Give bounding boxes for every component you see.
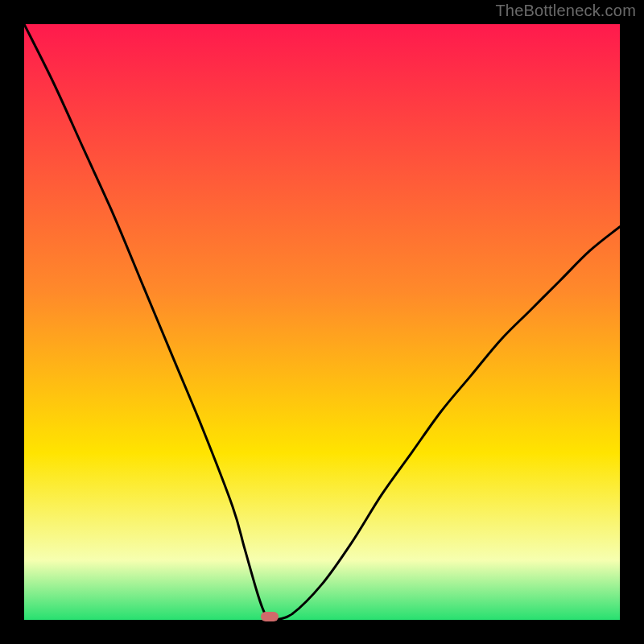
- attribution-text: TheBottleneck.com: [495, 2, 636, 20]
- optimal-marker: [261, 612, 279, 621]
- plot-svg: [24, 24, 620, 620]
- chart-container: TheBottleneck.com: [0, 0, 644, 644]
- gradient-background: [24, 24, 620, 620]
- plot-area: [24, 24, 620, 620]
